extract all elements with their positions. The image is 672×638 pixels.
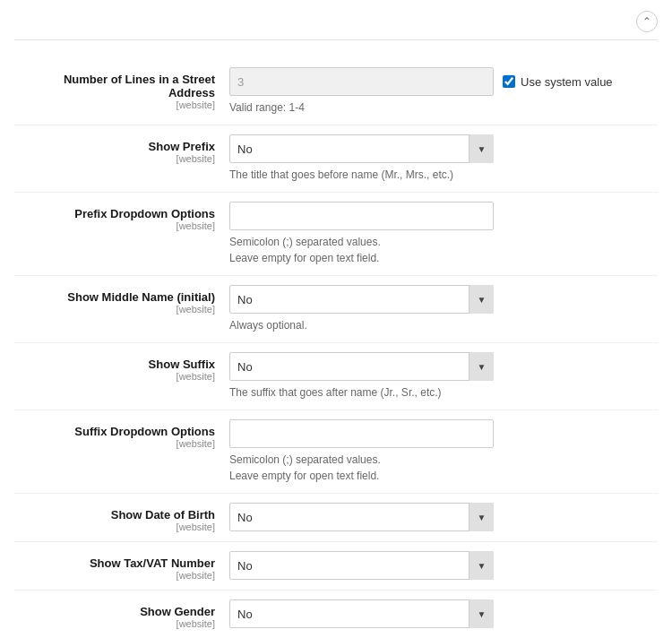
label-col-show_gender: Show Gender[website] — [14, 599, 229, 629]
form-row-show_suffix: Show Suffix[website]NoOptionalRequired▼T… — [14, 343, 658, 410]
field-scope-show_middle_name: [website] — [14, 304, 215, 315]
label-col-show_tax: Show Tax/VAT Number[website] — [14, 551, 229, 581]
form-row-suffix_options: Suffix Dropdown Options[website]Semicolo… — [14, 410, 658, 494]
system-value-checkbox-label: Use system value — [521, 75, 613, 89]
page-header: ⌃ — [14, 11, 658, 40]
field-hint-prefix_options: Semicolon (;) separated values. Leave em… — [229, 234, 658, 266]
select-wrapper-show_dob: NoOptionalRequired▼ — [229, 503, 494, 531]
field-scope-show_tax: [website] — [14, 570, 215, 581]
control-col-show_middle_name: NoOptionalRequired▼Always optional. — [229, 285, 658, 333]
control-row-street_lines: Use system value — [229, 67, 658, 96]
fields-container: Number of Lines in a Street Address[webs… — [14, 58, 658, 638]
page-container: ⌃ Number of Lines in a Street Address[we… — [0, 0, 672, 638]
select-show_tax[interactable]: NoOptionalRequired — [229, 551, 494, 580]
control-row-suffix_options — [229, 419, 658, 448]
field-label-show_middle_name: Show Middle Name (initial) — [14, 290, 215, 304]
select-wrapper-show_tax: NoOptionalRequired▼ — [229, 551, 494, 580]
control-row-show_gender: NoOptionalRequired▼ — [229, 599, 658, 628]
select-show_prefix[interactable]: NoOptionalRequired — [229, 134, 494, 163]
control-col-prefix_options: Semicolon (;) separated values. Leave em… — [229, 202, 658, 266]
system-value-checkbox[interactable] — [503, 75, 515, 88]
field-scope-prefix_options: [website] — [14, 220, 215, 231]
label-col-show_prefix: Show Prefix[website] — [14, 134, 229, 164]
form-row-prefix_options: Prefix Dropdown Options[website]Semicolo… — [14, 193, 658, 276]
label-col-prefix_options: Prefix Dropdown Options[website] — [14, 202, 229, 231]
form-row-show_gender: Show Gender[website]NoOptionalRequired▼ — [14, 591, 658, 638]
field-label-suffix_options: Suffix Dropdown Options — [14, 425, 215, 438]
control-col-show_suffix: NoOptionalRequired▼The suffix that goes … — [229, 352, 658, 401]
label-col-show_suffix: Show Suffix[website] — [14, 352, 229, 382]
select-show_dob[interactable]: NoOptionalRequired — [229, 503, 494, 531]
field-scope-show_dob: [website] — [14, 522, 215, 532]
field-label-prefix_options: Prefix Dropdown Options — [14, 207, 215, 220]
field-scope-suffix_options: [website] — [14, 438, 215, 449]
field-scope-show_gender: [website] — [14, 618, 215, 629]
field-label-street_lines: Number of Lines in a Street Address — [14, 73, 215, 99]
label-col-show_dob: Show Date of Birth[website] — [14, 503, 229, 532]
field-hint-street_lines: Valid range: 1-4 — [229, 99, 658, 116]
form-row-show_tax: Show Tax/VAT Number[website]NoOptionalRe… — [14, 542, 658, 591]
select-wrapper-show_gender: NoOptionalRequired▼ — [229, 599, 494, 628]
control-col-show_gender: NoOptionalRequired▼ — [229, 599, 658, 628]
control-row-show_prefix: NoOptionalRequired▼ — [229, 134, 658, 163]
form-row-show_middle_name: Show Middle Name (initial)[website]NoOpt… — [14, 276, 658, 343]
street-lines-input[interactable] — [229, 67, 494, 96]
field-hint-show_suffix: The suffix that goes after name (Jr., Sr… — [229, 384, 658, 401]
field-scope-show_suffix: [website] — [14, 371, 215, 382]
field-hint-suffix_options: Semicolon (;) separated values. Leave em… — [229, 452, 658, 484]
control-row-show_dob: NoOptionalRequired▼ — [229, 503, 658, 531]
form-row-street_lines: Number of Lines in a Street Address[webs… — [14, 58, 658, 125]
control-row-show_suffix: NoOptionalRequired▼ — [229, 352, 658, 381]
form-row-show_dob: Show Date of Birth[website]NoOptionalReq… — [14, 494, 658, 542]
select-show_suffix[interactable]: NoOptionalRequired — [229, 352, 494, 381]
select-show_middle_name[interactable]: NoOptionalRequired — [229, 285, 494, 314]
control-row-prefix_options — [229, 202, 658, 230]
select-wrapper-show_prefix: NoOptionalRequired▼ — [229, 134, 494, 163]
collapse-button[interactable]: ⌃ — [636, 11, 658, 32]
text-input-suffix_options[interactable] — [229, 419, 494, 448]
control-col-show_dob: NoOptionalRequired▼ — [229, 503, 658, 531]
control-col-street_lines: Use system valueValid range: 1-4 — [229, 67, 658, 116]
field-label-show_gender: Show Gender — [14, 605, 215, 618]
select-wrapper-show_middle_name: NoOptionalRequired▼ — [229, 285, 494, 314]
text-input-prefix_options[interactable] — [229, 202, 494, 230]
select-show_gender[interactable]: NoOptionalRequired — [229, 599, 494, 628]
control-row-show_middle_name: NoOptionalRequired▼ — [229, 285, 658, 314]
label-col-suffix_options: Suffix Dropdown Options[website] — [14, 419, 229, 449]
field-label-show_dob: Show Date of Birth — [14, 508, 215, 522]
label-col-show_middle_name: Show Middle Name (initial)[website] — [14, 285, 229, 315]
label-col-street_lines: Number of Lines in a Street Address[webs… — [14, 67, 229, 110]
control-col-show_tax: NoOptionalRequired▼ — [229, 551, 658, 580]
field-hint-show_middle_name: Always optional. — [229, 317, 658, 333]
form-row-show_prefix: Show Prefix[website]NoOptionalRequired▼T… — [14, 125, 658, 193]
field-hint-show_prefix: The title that goes before name (Mr., Mr… — [229, 167, 658, 183]
control-col-suffix_options: Semicolon (;) separated values. Leave em… — [229, 419, 658, 484]
field-scope-street_lines: [website] — [14, 99, 215, 110]
field-label-show_suffix: Show Suffix — [14, 358, 215, 371]
field-scope-show_prefix: [website] — [14, 153, 215, 164]
select-wrapper-show_suffix: NoOptionalRequired▼ — [229, 352, 494, 381]
system-value-label[interactable]: Use system value — [503, 75, 613, 89]
control-col-show_prefix: NoOptionalRequired▼The title that goes b… — [229, 134, 658, 183]
field-label-show_prefix: Show Prefix — [14, 140, 215, 153]
control-row-show_tax: NoOptionalRequired▼ — [229, 551, 658, 580]
field-label-show_tax: Show Tax/VAT Number — [14, 556, 215, 570]
